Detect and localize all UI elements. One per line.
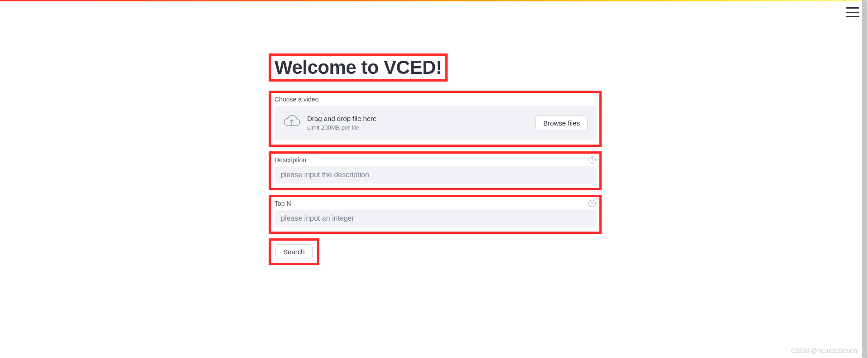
main-menu-icon[interactable] [846, 7, 859, 17]
topn-input[interactable] [275, 210, 596, 227]
help-icon[interactable]: ? [588, 156, 596, 164]
search-section: Search [269, 238, 319, 265]
page-title: Welcome to VCED! [269, 53, 448, 82]
description-section: Description ? [269, 151, 602, 190]
topn-section: Top N ? [269, 195, 602, 234]
dropzone-instruction: Drag and drop file here [307, 115, 376, 122]
topn-label: Top N [275, 200, 291, 207]
file-uploader-section: Choose a video Drag and drop file here L… [269, 91, 602, 147]
vertical-scrollbar[interactable] [862, 0, 868, 358]
cloud-upload-icon [283, 113, 301, 133]
file-dropzone[interactable]: Drag and drop file here Limit 200MB per … [275, 106, 596, 140]
dropzone-limit: Limit 200MB per file [307, 124, 376, 131]
help-icon[interactable]: ? [588, 200, 596, 207]
description-input[interactable] [275, 166, 596, 184]
main-container: Welcome to VCED! Choose a video Drag and… [266, 1, 602, 265]
scrollbar-thumb[interactable] [862, 0, 868, 358]
file-uploader-label: Choose a video [275, 96, 596, 103]
search-button[interactable]: Search [275, 244, 313, 259]
description-label: Description [275, 156, 306, 164]
browse-files-button[interactable]: Browse files [535, 115, 588, 131]
watermark-text: CSDN @includeSteven [791, 347, 857, 354]
